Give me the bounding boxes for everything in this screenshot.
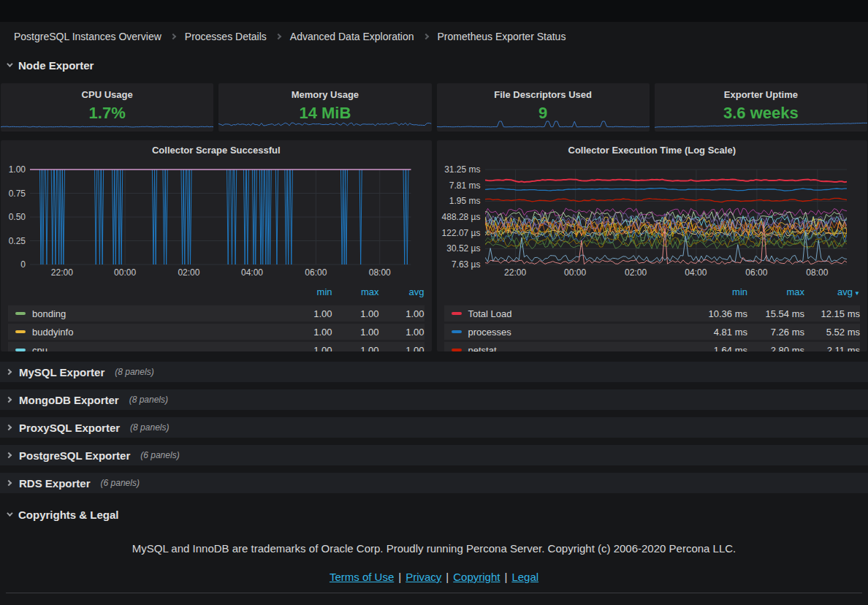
x-tick-label: 02:00 bbox=[178, 267, 199, 278]
chevron-down-icon bbox=[7, 510, 12, 516]
x-tick-label: 00:00 bbox=[114, 267, 136, 278]
legend-row: netstat 1.64 ms 2.80 ms 2.11 ms bbox=[444, 342, 861, 351]
link-legal[interactable]: Legal bbox=[511, 571, 538, 583]
bottom-divider bbox=[6, 593, 862, 593]
x-tick-label: 06:00 bbox=[745, 267, 767, 278]
breadcrumb-item-prometheus-exporter-status[interactable]: Prometheus Exporter Status bbox=[438, 31, 566, 42]
legend-row: cpu 1.00 1.00 1.00 bbox=[8, 342, 425, 351]
y-tick-label: 1.95 ms bbox=[449, 196, 481, 206]
link-privacy[interactable]: Privacy bbox=[406, 571, 441, 583]
legend-sort-max[interactable]: max bbox=[332, 286, 379, 297]
stat-value: 14 MiB bbox=[218, 104, 431, 123]
legend-label-total-load[interactable]: Total Load bbox=[468, 308, 512, 319]
legend-min-value: 1.00 bbox=[294, 327, 332, 338]
row-header-mysql-exporter[interactable]: MySQL Exporter (8 panels) bbox=[0, 362, 868, 382]
legend-label-cpu[interactable]: cpu bbox=[32, 345, 47, 352]
legend-max-value: 1.00 bbox=[332, 308, 379, 319]
stats-row: CPU Usage 1.7% Memory Usage 14 MiB File … bbox=[1, 83, 867, 132]
legend-label-bonding[interactable]: bonding bbox=[32, 308, 66, 319]
x-axis: 22:0000:0002:0004:0006:0008:00 bbox=[30, 266, 411, 278]
y-tick-label: 7.81 ms bbox=[449, 180, 481, 191]
link-separator: | bbox=[504, 571, 507, 583]
row-header-postgresql-exporter[interactable]: PostgreSQL Exporter (6 panels) bbox=[0, 445, 868, 465]
stat-value: 9 bbox=[437, 104, 650, 123]
breadcrumb-item-advanced-data-exploration[interactable]: Advanced Data Exploration bbox=[290, 31, 414, 42]
row-header-mongodb-exporter[interactable]: MongoDB Exporter (8 panels) bbox=[0, 389, 868, 410]
row-panel-count: (8 panels) bbox=[130, 422, 169, 433]
link-separator: | bbox=[446, 571, 449, 583]
y-tick-label: 1.00 bbox=[9, 164, 26, 175]
row-panel-count: (6 panels) bbox=[140, 450, 179, 460]
panel-title[interactable]: Exporter Uptime bbox=[655, 83, 867, 100]
series-color-dash bbox=[452, 330, 462, 333]
legend-min-value: 1.64 ms bbox=[685, 345, 747, 352]
scrape-successful-plot[interactable] bbox=[30, 159, 411, 266]
panel-title[interactable]: Collector Scrape Successful bbox=[8, 140, 425, 159]
breadcrumb-item-processes-details[interactable]: Processes Details bbox=[185, 31, 267, 42]
legend-max-value: 1.00 bbox=[332, 327, 379, 338]
y-tick-label: 0 bbox=[20, 259, 26, 270]
footer-links: Terms of Use|Privacy|Copyright|Legal bbox=[0, 571, 868, 583]
panel-title[interactable]: Collector Execution Time (Log Scale) bbox=[444, 140, 861, 159]
panel-file-descriptors-used: File Descriptors Used 9 bbox=[437, 83, 650, 132]
row-panel-count: (6 panels) bbox=[101, 478, 140, 488]
panel-title[interactable]: CPU Usage bbox=[1, 83, 213, 100]
copyright-text: MySQL and InnoDB are trademarks of Oracl… bbox=[0, 542, 868, 555]
row-header-proxysql-exporter[interactable]: ProxySQL Exporter (8 panels) bbox=[0, 417, 868, 438]
legend-avg-value: 1.00 bbox=[379, 327, 425, 338]
legend-sort-avg[interactable]: avg bbox=[379, 286, 425, 297]
legend-label-buddyinfo[interactable]: buddyinfo bbox=[32, 327, 73, 338]
breadcrumb-item-postgresql-instances-overview[interactable]: PostgreSQL Instances Overview bbox=[14, 31, 161, 42]
x-tick-label: 22:00 bbox=[51, 267, 73, 278]
x-tick-label: 02:00 bbox=[625, 267, 647, 278]
legend-max-value: 7.26 ms bbox=[747, 327, 804, 338]
series-color-dash bbox=[452, 312, 462, 315]
legend-sort-max[interactable]: max bbox=[747, 286, 804, 297]
legend: min max avg▼ Total Load 10.36 ms 15.54 m… bbox=[444, 284, 861, 351]
top-bar bbox=[0, 0, 868, 22]
y-tick-label: 488.28 µs bbox=[442, 212, 481, 222]
legend-avg-value: 2.11 ms bbox=[804, 345, 860, 352]
row-header-node-exporter[interactable]: Node Exporter bbox=[0, 51, 868, 79]
legend-max-value: 15.54 ms bbox=[747, 308, 804, 319]
y-tick-label: 0.25 bbox=[9, 236, 26, 246]
series-color-dash bbox=[15, 349, 26, 351]
legend-row: Total Load 10.36 ms 15.54 ms 12.15 ms bbox=[444, 305, 861, 321]
x-tick-label: 00:00 bbox=[564, 267, 586, 278]
legend-avg-value: 12.15 ms bbox=[804, 308, 860, 319]
legend-sort-avg[interactable]: avg▼ bbox=[804, 286, 860, 297]
breadcrumb-separator-icon bbox=[170, 34, 176, 39]
legend-sort-min[interactable]: min bbox=[685, 286, 747, 297]
legend-avg-value: 1.00 bbox=[379, 345, 425, 352]
execution-time-plot[interactable] bbox=[485, 159, 848, 266]
row-title: PostgreSQL Exporter bbox=[19, 449, 130, 462]
x-axis: 22:0000:0002:0004:0006:0008:00 bbox=[485, 266, 848, 278]
x-tick-label: 22:00 bbox=[504, 267, 526, 278]
chevron-right-icon bbox=[6, 452, 12, 458]
legend-min-value: 1.00 bbox=[294, 308, 332, 319]
row-header-rds-exporter[interactable]: RDS Exporter (6 panels) bbox=[0, 473, 868, 493]
link-separator: | bbox=[398, 571, 401, 583]
y-axis: 1.000.750.500.250 bbox=[8, 159, 30, 266]
sort-caret-icon: ▼ bbox=[854, 290, 860, 297]
y-tick-label: 0.75 bbox=[9, 189, 26, 199]
panel-title[interactable]: Memory Usage bbox=[218, 83, 431, 100]
legend-header: min max avg bbox=[8, 284, 425, 300]
panel-cpu-usage: CPU Usage 1.7% bbox=[1, 83, 213, 132]
graphs-row: Collector Scrape Successful 1.000.750.50… bbox=[1, 140, 867, 351]
stat-value: 3.6 weeks bbox=[655, 104, 867, 123]
panel-collector-scrape-successful: Collector Scrape Successful 1.000.750.50… bbox=[1, 140, 432, 351]
chevron-down-icon bbox=[7, 61, 12, 66]
x-tick-label: 06:00 bbox=[305, 267, 327, 278]
x-tick-label: 08:00 bbox=[369, 267, 391, 278]
panel-title[interactable]: File Descriptors Used bbox=[437, 83, 650, 100]
legend-min-value: 4.81 ms bbox=[685, 327, 747, 338]
legend-label-processes[interactable]: processes bbox=[468, 327, 511, 338]
link-terms-of-use[interactable]: Terms of Use bbox=[330, 571, 394, 583]
legend-label-netstat[interactable]: netstat bbox=[468, 345, 497, 352]
row-header-copyrights-legal[interactable]: Copyrights & Legal bbox=[0, 501, 868, 528]
legend-max-value: 2.80 ms bbox=[747, 345, 804, 352]
legend-max-value: 1.00 bbox=[332, 345, 379, 352]
link-copyright[interactable]: Copyright bbox=[453, 571, 500, 583]
legend-sort-min[interactable]: min bbox=[294, 286, 332, 297]
